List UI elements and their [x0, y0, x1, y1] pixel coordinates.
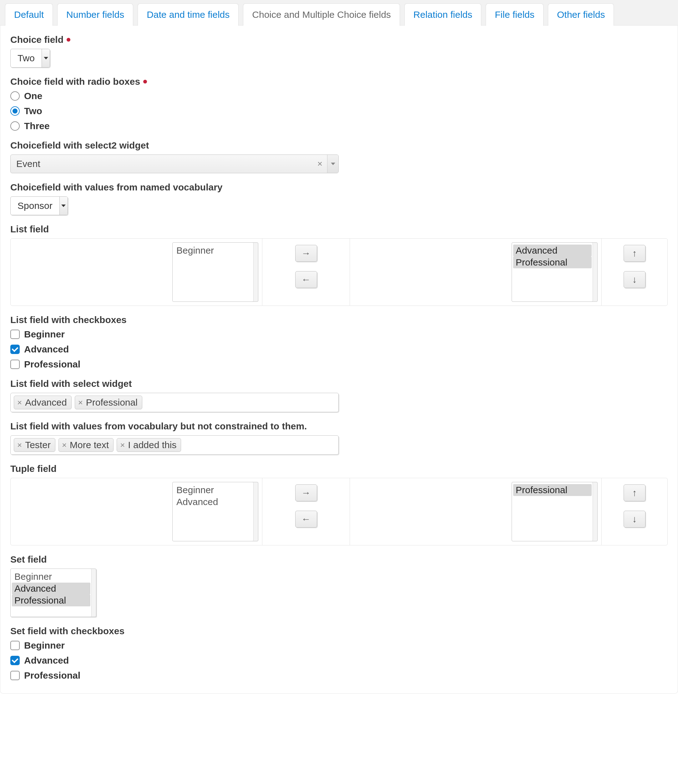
chevron-down-icon [42, 49, 50, 67]
radio-option-one[interactable]: One [10, 91, 668, 101]
close-icon[interactable]: × [17, 440, 22, 450]
vocab-select[interactable]: Sponsor [10, 196, 68, 215]
list-item[interactable]: Advanced [174, 496, 257, 508]
checkbox-label: Professional [24, 670, 80, 681]
checkbox-icon [10, 359, 20, 369]
radio-option-two[interactable]: Two [10, 106, 668, 116]
list-item[interactable]: Beginner [12, 571, 95, 583]
token[interactable]: × I added this [117, 438, 181, 452]
radio-icon [10, 121, 20, 131]
checkbox-label: Advanced [24, 344, 69, 355]
move-right-button[interactable]: → [295, 245, 317, 262]
label-listfield: List field [10, 224, 668, 235]
checkbox-icon [10, 345, 20, 354]
move-down-button[interactable]: ↓ [624, 271, 645, 288]
field-listselect: List field with select widget × Advanced… [10, 378, 668, 412]
tuple-chosen[interactable]: Professional [512, 482, 598, 541]
checkbox-option-beginner[interactable]: Beginner [10, 329, 668, 340]
tab-default[interactable]: Default [5, 3, 53, 26]
checkbox-option-advanced[interactable]: Advanced [10, 655, 668, 666]
token-label: Professional [86, 397, 138, 408]
choice-select-value: Two [11, 49, 42, 67]
close-icon[interactable]: × [313, 155, 327, 173]
checkbox-label: Professional [24, 359, 80, 370]
list-item[interactable]: Beginner [174, 244, 257, 257]
token[interactable]: × Advanced [14, 396, 72, 409]
radio-label: Three [24, 121, 50, 131]
token[interactable]: × Tester [14, 438, 55, 452]
token[interactable]: × More text [59, 438, 114, 452]
close-icon[interactable]: × [120, 440, 125, 450]
field-setcheck: Set field with checkboxes Beginner Advan… [10, 626, 668, 681]
listfield-transfer: Beginner → ← Advanced Professional ↑ ↓ [10, 238, 668, 306]
required-dot-icon [67, 38, 70, 42]
list-item[interactable]: Professional [513, 257, 592, 268]
checkbox-option-professional[interactable]: Professional [10, 359, 668, 370]
list-item[interactable]: Professional [513, 484, 592, 496]
radio-label: Two [24, 106, 42, 116]
checkbox-icon [10, 330, 20, 339]
label-choice: Choice field [10, 34, 668, 45]
checkbox-label: Beginner [24, 329, 65, 340]
field-vocab: Choicefield with values from named vocab… [10, 182, 668, 215]
tab-relation-fields[interactable]: Relation fields [404, 3, 481, 26]
tuple-available[interactable]: Beginner Advanced [172, 482, 258, 541]
field-listfield: List field Beginner → ← Advanced Profess… [10, 224, 668, 306]
radio-icon [10, 91, 20, 101]
field-set: Set field Beginner Advanced Professional [10, 554, 668, 617]
radio-option-three[interactable]: Three [10, 121, 668, 131]
list-item[interactable]: Professional [12, 594, 90, 607]
list-item[interactable]: Advanced [513, 244, 592, 257]
tab-file-fields[interactable]: File fields [486, 3, 544, 26]
label-select2: Choicefield with select2 widget [10, 140, 668, 151]
choice-select[interactable]: Two [10, 49, 50, 68]
checkbox-icon [10, 671, 20, 680]
checkbox-label: Beginner [24, 640, 65, 651]
vocab-select-value: Sponsor [11, 197, 59, 215]
checkbox-option-advanced[interactable]: Advanced [10, 344, 668, 355]
checkbox-icon [10, 656, 20, 665]
field-listcheck: List field with checkboxes Beginner Adva… [10, 314, 668, 370]
checkbox-icon [10, 641, 20, 650]
field-listvocab: List field with values from vocabulary b… [10, 421, 668, 455]
label-vocab: Choicefield with values from named vocab… [10, 182, 668, 193]
token[interactable]: × Professional [75, 396, 142, 409]
label-listcheck: List field with checkboxes [10, 314, 668, 325]
chevron-down-icon[interactable] [327, 155, 338, 173]
move-down-button[interactable]: ↓ [624, 511, 645, 527]
list-item[interactable]: Beginner [174, 484, 257, 496]
field-choice: Choice field Two [10, 34, 668, 68]
listfield-chosen[interactable]: Advanced Professional [512, 243, 598, 302]
move-left-button[interactable]: ← [295, 271, 317, 288]
tuple-transfer: Beginner Advanced → ← Professional ↑ ↓ [10, 478, 668, 545]
tab-choice-fields[interactable]: Choice and Multiple Choice fields [243, 3, 400, 26]
field-tuple: Tuple field Beginner Advanced → ← Profes… [10, 464, 668, 545]
label-tuple: Tuple field [10, 464, 668, 474]
listvocab-input[interactable]: × Tester × More text × I added this [10, 435, 339, 455]
list-item[interactable]: Advanced [12, 583, 90, 594]
radio-icon [10, 106, 20, 116]
checkbox-option-professional[interactable]: Professional [10, 670, 668, 681]
tab-other-fields[interactable]: Other fields [548, 3, 614, 26]
close-icon[interactable]: × [78, 398, 83, 408]
close-icon[interactable]: × [17, 398, 22, 408]
listselect-input[interactable]: × Advanced × Professional [10, 393, 339, 412]
move-up-button[interactable]: ↑ [624, 484, 645, 501]
move-right-button[interactable]: → [295, 484, 317, 501]
select2-combo[interactable]: Event × [10, 154, 339, 173]
token-label: More text [70, 440, 109, 450]
label-listvocab: List field with values from vocabulary b… [10, 421, 668, 432]
listfield-available[interactable]: Beginner [172, 243, 258, 302]
label-radio: Choice field with radio boxes [10, 76, 668, 87]
chevron-down-icon [59, 197, 68, 215]
panel-choice-fields: Choice field Two Choice field with radio… [0, 26, 678, 694]
move-up-button[interactable]: ↑ [624, 245, 645, 262]
tab-date-time-fields[interactable]: Date and time fields [138, 3, 239, 26]
set-listbox[interactable]: Beginner Advanced Professional [10, 569, 96, 617]
checkbox-option-beginner[interactable]: Beginner [10, 640, 668, 651]
move-left-button[interactable]: ← [295, 511, 317, 527]
tab-number-fields[interactable]: Number fields [57, 3, 133, 26]
label-text: Choice field [10, 34, 64, 45]
select2-value: Event [11, 155, 313, 173]
close-icon[interactable]: × [62, 440, 67, 450]
